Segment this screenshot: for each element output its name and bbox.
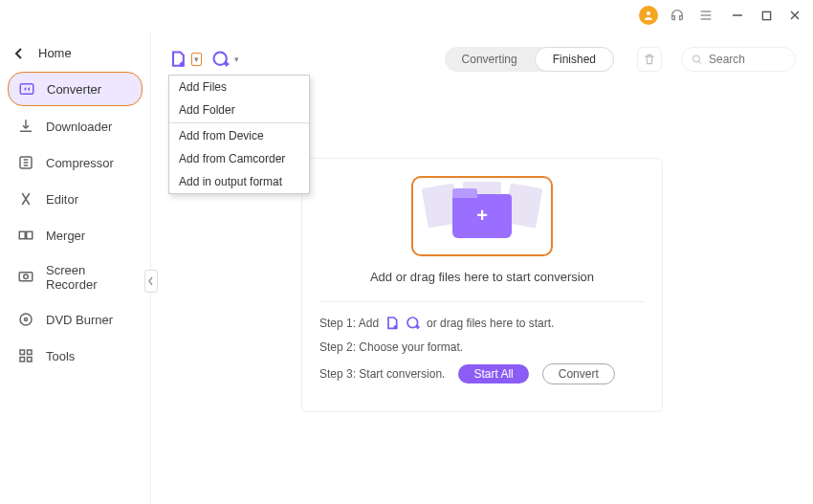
svg-point-13 [24,274,29,279]
dropdown-item-add-folder[interactable]: Add Folder [169,99,309,121]
sidebar-item-label: Editor [46,192,78,207]
sidebar-home-label: Home [38,46,72,60]
search-box[interactable] [681,47,796,72]
titlebar [0,0,813,31]
sidebar-home[interactable]: Home [6,38,144,68]
sidebar-item-label: Tools [46,349,75,363]
sidebar-item-converter[interactable]: Converter [8,72,143,106]
steps-panel: Step 1: Add or drag files here to start.… [319,301,645,384]
compressor-icon [17,154,34,171]
sidebar-item-label: Merger [46,229,85,243]
dropdown-item-add-files[interactable]: Add Files [169,76,309,99]
empty-state-card: + Add or drag files here to start conver… [301,158,663,412]
svg-rect-18 [20,358,25,362]
sidebar-collapse-button[interactable] [144,270,158,293]
sidebar-item-label: Compressor [46,156,114,170]
sidebar: Home Converter Downloader Compressor Edi… [0,31,151,504]
step-2-text: Step 2: Choose your format. [319,340,463,354]
start-all-button[interactable]: Start All [458,364,528,383]
maximize-button[interactable] [759,9,773,22]
sidebar-item-compressor[interactable]: Compressor [8,146,143,179]
add-dropdown-menu: Add Files Add Folder Add from Device Add… [168,75,310,194]
sidebar-item-dvd-burner[interactable]: DVD Burner [8,303,143,336]
dropdown-separator [169,122,309,123]
status-tabs: Converting Finished [445,47,614,72]
svg-rect-8 [20,84,33,95]
minimize-button[interactable] [731,9,744,22]
convert-button[interactable]: Convert [542,363,615,384]
back-icon [15,48,23,59]
sidebar-item-screen-recorder[interactable]: Screen Recorder [8,255,143,299]
sidebar-item-tools[interactable]: Tools [8,340,143,372]
add-disc-button[interactable]: ▾ [211,50,239,69]
chevron-down-icon: ▾ [234,55,239,64]
plus-icon: + [476,205,488,227]
search-input[interactable] [709,53,785,66]
screen-recorder-icon [17,269,34,286]
folder-icon: + [452,194,512,238]
downloader-icon [17,118,34,135]
main-pane: ▾ ▾ Converting Finished Add Files Add Fo… [151,31,813,504]
avatar-icon[interactable] [639,6,658,25]
dvd-burner-icon [17,311,34,328]
step-3-text: Step 3: Start conversion. [319,367,445,381]
svg-rect-17 [28,350,33,355]
menu-icon[interactable] [696,6,715,25]
editor-icon [17,190,34,208]
svg-rect-16 [20,350,25,355]
toolbar: ▾ ▾ Converting Finished Add Files Add Fo… [168,42,796,77]
svg-point-0 [647,11,650,15]
svg-point-21 [693,55,700,62]
step-1-prefix: Step 1: Add [319,317,379,330]
merger-icon [17,227,34,244]
svg-rect-10 [19,231,25,239]
chevron-down-icon: ▾ [191,53,202,66]
add-file-button[interactable]: ▾ [168,50,202,69]
svg-point-14 [20,314,32,325]
svg-rect-11 [27,231,33,239]
converter-icon [18,80,35,98]
svg-rect-19 [28,358,33,362]
svg-point-15 [25,318,28,321]
drop-zone-message: Add or drag files here to start conversi… [319,270,645,284]
sidebar-item-merger[interactable]: Merger [8,219,143,252]
dropdown-item-add-camcorder[interactable]: Add from Camcorder [169,147,309,170]
sidebar-item-editor[interactable]: Editor [8,183,143,215]
drop-zone[interactable]: + [411,176,553,256]
tools-icon [17,347,34,364]
file-add-icon [385,316,400,331]
search-icon [692,54,703,66]
tab-finished[interactable]: Finished [535,47,614,72]
tab-converting[interactable]: Converting [445,47,535,72]
trash-button[interactable] [637,47,662,72]
dropdown-item-add-output[interactable]: Add in output format [169,170,309,193]
close-button[interactable] [788,9,802,22]
sidebar-item-downloader[interactable]: Downloader [8,110,143,142]
sidebar-item-label: Downloader [46,120,112,134]
disc-add-icon [406,316,421,331]
svg-rect-12 [19,273,33,281]
svg-rect-5 [762,11,770,19]
step-1: Step 1: Add or drag files here to start. [319,316,645,331]
sidebar-item-label: DVD Burner [46,313,113,327]
step-3: Step 3: Start conversion. Start All Conv… [319,363,645,384]
dropdown-item-add-device[interactable]: Add from Device [169,124,309,147]
step-2: Step 2: Choose your format. [319,340,645,354]
step-1-suffix: or drag files here to start. [427,317,554,330]
svg-point-20 [214,53,227,65]
svg-point-22 [407,318,418,328]
sidebar-item-label: Screen Recorder [46,263,133,292]
sidebar-item-label: Converter [47,82,101,97]
headset-icon[interactable] [668,6,687,25]
